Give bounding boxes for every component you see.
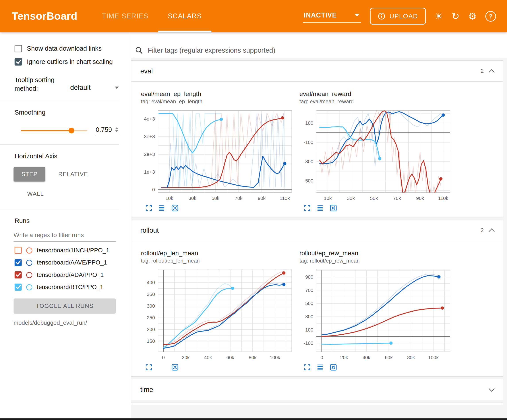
run-item[interactable]: tensorboard/ADA/PPO_1 xyxy=(0,269,131,281)
axis-step-button[interactable]: STEP xyxy=(14,167,45,182)
tab-time-series[interactable]: TIME SERIES xyxy=(92,0,158,32)
section-rollout: rollout 2 rollout/ep_len_mean tag: rollo… xyxy=(131,220,503,377)
svg-text:-300: -300 xyxy=(303,159,313,164)
search-icon xyxy=(135,46,143,55)
status-dropdown[interactable]: INACTIVE xyxy=(303,9,361,23)
expand-chart-icon[interactable] xyxy=(303,363,311,371)
settings-sidebar: Show data download links Ignore outliers… xyxy=(0,32,131,418)
ignore-outliers-option[interactable]: Ignore outliers in chart scaling xyxy=(0,55,131,69)
dashboard-main: eval 2 eval/mean_ep_length tag: eval/mea… xyxy=(131,32,507,418)
slider-fill xyxy=(21,130,71,131)
section-title: eval xyxy=(140,67,153,75)
section-rollout-body: rollout/ep_len_mean tag: rollout/ep_len_… xyxy=(131,241,503,376)
chevron-down-icon[interactable] xyxy=(489,386,495,392)
section-title: time xyxy=(140,386,153,393)
chevron-up-icon[interactable] xyxy=(489,69,495,75)
tensorboard-app: TensorBoard TIME SERIES SCALARS INACTIVE… xyxy=(0,0,507,420)
run-label: tensorboard/1INCH/PPO_1 xyxy=(37,247,109,254)
chart-title: rollout/ep_len_mean xyxy=(141,249,296,257)
fit-domain-icon[interactable] xyxy=(171,204,179,212)
slider-thumb[interactable] xyxy=(68,127,74,133)
checkbox[interactable] xyxy=(15,45,22,52)
chart-tag: tag: eval/mean_ep_length xyxy=(141,98,296,105)
line-chart[interactable]: 020k40k60k80k100k150200250300350400 xyxy=(141,267,294,363)
runs-table-icon[interactable] xyxy=(316,204,324,212)
svg-text:900: 900 xyxy=(305,274,314,280)
checkbox[interactable] xyxy=(15,58,22,66)
app-header: TensorBoard TIME SERIES SCALARS INACTIVE… xyxy=(0,0,507,32)
fit-domain-icon[interactable] xyxy=(329,363,338,371)
runs-table-icon[interactable] xyxy=(158,204,166,212)
section-count: 2 xyxy=(481,68,484,74)
axis-relative-button[interactable]: RELATIVE xyxy=(50,167,96,182)
chart-actions xyxy=(299,204,454,212)
smoothing-control: 0.759 xyxy=(0,116,131,137)
upload-button[interactable]: UPLOAD xyxy=(370,8,426,25)
runs-filter-input[interactable] xyxy=(14,229,116,241)
run-checkbox[interactable] xyxy=(15,283,22,291)
divider xyxy=(0,101,119,101)
svg-text:150: 150 xyxy=(147,338,155,344)
expand-chart-icon[interactable] xyxy=(145,204,153,212)
chevron-up-icon[interactable] xyxy=(489,228,495,234)
svg-text:350: 350 xyxy=(147,291,155,297)
svg-text:30k: 30k xyxy=(188,195,196,201)
run-item[interactable]: tensorboard/AAVE/PPO_1 xyxy=(0,256,131,269)
section-time-header[interactable]: time xyxy=(131,379,503,400)
svg-text:20k: 20k xyxy=(340,355,348,360)
svg-text:70k: 70k xyxy=(393,195,401,201)
tag-filter-input[interactable] xyxy=(148,47,499,54)
svg-text:90k: 90k xyxy=(258,195,266,201)
line-chart[interactable]: 020k40k60k80k100k-100100300500700900 xyxy=(299,267,452,363)
chart-tag: tag: rollout/ep_rew_mean xyxy=(299,258,454,264)
tooltip-sorting-select[interactable]: default xyxy=(70,84,119,93)
run-item[interactable]: tensorboard/BTC/PPO_1 xyxy=(0,281,131,293)
run-item[interactable]: tensorboard/1INCH/PPO_1 xyxy=(0,244,131,256)
run-checkbox[interactable] xyxy=(15,271,22,278)
smoothing-label: Smoothing xyxy=(0,109,131,116)
help-icon[interactable]: ? xyxy=(485,11,496,21)
smoothing-slider[interactable] xyxy=(21,127,87,134)
tag-filter[interactable] xyxy=(134,43,500,58)
chart-actions xyxy=(141,204,296,212)
svg-text:100: 100 xyxy=(305,327,314,333)
runs-table-icon[interactable] xyxy=(316,363,324,371)
svg-text:50k: 50k xyxy=(370,195,378,201)
svg-text:80k: 80k xyxy=(249,355,256,360)
show-download-links-option[interactable]: Show data download links xyxy=(0,42,131,55)
expand-chart-icon[interactable] xyxy=(145,363,153,371)
run-checkbox[interactable] xyxy=(15,259,22,266)
slider-track[interactable] xyxy=(21,130,87,131)
svg-text:-100: -100 xyxy=(303,139,313,145)
stepper-arrows-icon[interactable] xyxy=(115,127,119,132)
svg-text:2e+3: 2e+3 xyxy=(144,151,155,157)
section-count: 2 xyxy=(481,227,484,234)
run-color-ring xyxy=(26,272,32,278)
brightness-icon[interactable]: ☀ xyxy=(434,12,443,21)
tooltip-sorting-label: Tooltip sorting method: xyxy=(15,76,64,93)
section-rollout-header[interactable]: rollout 2 xyxy=(131,220,503,241)
axis-wall-button[interactable]: WALL xyxy=(20,187,52,201)
upload-label: UPLOAD xyxy=(389,12,418,20)
svg-text:400: 400 xyxy=(147,280,155,285)
run-checkbox[interactable] xyxy=(15,247,22,254)
svg-text:40k: 40k xyxy=(362,355,370,360)
smoothing-value-input[interactable]: 0.759 xyxy=(95,125,119,135)
fit-domain-icon[interactable] xyxy=(329,204,338,212)
section-header-right: 2 xyxy=(481,68,494,74)
tooltip-sorting-value: default xyxy=(70,84,91,91)
runs-table-icon[interactable] xyxy=(158,363,166,371)
fit-domain-icon[interactable] xyxy=(171,363,179,371)
expand-chart-icon[interactable] xyxy=(303,204,311,212)
svg-text:100k: 100k xyxy=(270,355,280,360)
svg-text:70k: 70k xyxy=(235,195,242,201)
section-eval-header[interactable]: eval 2 xyxy=(131,61,503,81)
tab-scalars[interactable]: SCALARS xyxy=(158,0,211,32)
toggle-all-runs-button[interactable]: TOGGLE ALL RUNS xyxy=(14,298,116,314)
runs-root-path: models/debugged_eval_run/ xyxy=(0,314,131,326)
refresh-icon[interactable]: ↻ xyxy=(452,12,460,21)
line-chart[interactable]: 10k30k50k70k90k110k01e+32e+33e+34e+3 xyxy=(141,108,294,203)
settings-icon[interactable]: ⚙ xyxy=(468,12,477,21)
chart-rollout-ep-rew-mean: rollout/ep_rew_mean tag: rollout/ep_rew_… xyxy=(299,249,454,371)
line-chart[interactable]: 10k30k50k70k90k110k100-100-300-500 xyxy=(299,108,452,203)
